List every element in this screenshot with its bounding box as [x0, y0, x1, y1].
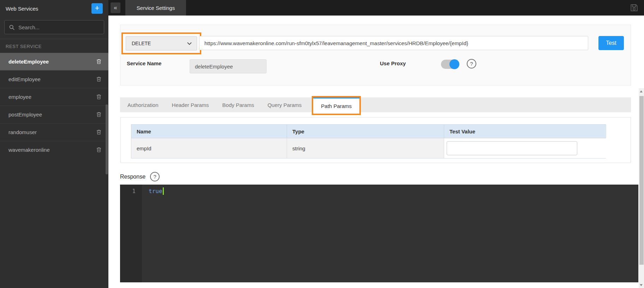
sidebar-header: Web Services + [0, 0, 108, 16]
service-item-label: postEmployee [8, 112, 42, 118]
save-icon [629, 3, 639, 13]
sidebar-item-wavemakeronline[interactable]: wavemakeronline [0, 141, 108, 158]
response-header: Response ? [120, 172, 160, 181]
trash-icon[interactable] [96, 58, 102, 65]
service-item-label: randomuser [8, 129, 37, 135]
trash-icon[interactable] [96, 146, 102, 153]
scroll-up-arrow-icon[interactable] [640, 90, 643, 92]
tab-query-params[interactable]: Query Params [261, 97, 309, 112]
scroll-down-arrow-icon[interactable] [640, 284, 643, 286]
test-value-input[interactable] [447, 141, 577, 155]
tab-label: Header Params [172, 102, 209, 108]
main-content: DELETE Test Service Name Use Proxy ? Aut… [108, 16, 644, 288]
chevron-down-icon [187, 42, 192, 45]
collapse-sidebar-button[interactable]: « [111, 2, 120, 13]
use-proxy-label: Use Proxy [380, 60, 406, 66]
text-cursor [163, 187, 164, 195]
add-service-button[interactable]: + [91, 3, 103, 14]
web-services-sidebar: Web Services + REST SERVICE deleteEmploy… [0, 0, 108, 288]
sidebar-scrollbar-thumb[interactable] [106, 104, 108, 174]
tab-body-params[interactable]: Body Params [216, 97, 261, 112]
trash-icon[interactable] [96, 129, 102, 136]
sidebar-item-deleteEmployee[interactable]: deleteEmployee [0, 53, 108, 70]
plus-icon: + [95, 4, 100, 12]
editor-gutter [120, 185, 142, 282]
sidebar-item-postEmployee[interactable]: postEmployee [0, 106, 108, 123]
tab-header-params[interactable]: Header Params [165, 97, 216, 112]
service-name-input[interactable] [190, 59, 267, 73]
response-code-editor[interactable]: 1 true [120, 185, 638, 282]
http-method-value: DELETE [132, 41, 151, 46]
params-tab-bar: Authorization Header Params Body Params … [120, 97, 631, 112]
editor-line-1: 1 true [120, 186, 638, 196]
service-name-label: Service Name [127, 60, 161, 66]
column-header-name: Name [131, 125, 287, 138]
service-settings-tab-label: Service Settings [137, 5, 175, 11]
trash-icon[interactable] [96, 76, 102, 83]
tab-path-params[interactable]: Path Params [313, 97, 359, 114]
response-value: true [149, 188, 162, 194]
table-header-row: Name Type Test Value [131, 125, 606, 138]
service-item-label: editEmployee [8, 76, 41, 82]
request-url-input[interactable] [199, 36, 588, 50]
sidebar-title: Web Services [6, 6, 38, 12]
question-mark-icon: ? [153, 174, 156, 180]
top-bar: « Service Settings [108, 0, 644, 16]
param-type-cell: string [287, 138, 444, 158]
use-proxy-help-icon[interactable]: ? [467, 59, 476, 68]
tab-label: Query Params [268, 102, 302, 108]
param-name-cell: empId [131, 138, 287, 158]
use-proxy-toggle[interactable] [441, 60, 459, 69]
scrollbar-thumb[interactable] [639, 96, 644, 265]
sidebar-item-randomuser[interactable]: randomuser [0, 123, 108, 141]
sidebar-item-editEmployee[interactable]: editEmployee [0, 70, 108, 88]
search-icon [9, 24, 15, 30]
sidebar-item-employee[interactable]: employee [0, 88, 108, 106]
path-params-table: Name Type Test Value empId string [131, 124, 606, 158]
sidebar-search-box[interactable] [4, 20, 104, 34]
test-button[interactable]: Test [598, 36, 624, 50]
method-highlight-box: DELETE [121, 32, 201, 54]
param-test-value-cell [444, 138, 606, 158]
line-number: 1 [120, 188, 142, 194]
toggle-thumb-icon [449, 59, 459, 69]
tab-label: Body Params [222, 102, 254, 108]
response-label: Response [120, 174, 145, 180]
service-item-label: employee [8, 94, 31, 100]
question-mark-icon: ? [470, 61, 473, 67]
tab-label: Authorization [127, 102, 159, 108]
service-item-label: deleteEmployee [8, 59, 49, 65]
tab-authorization[interactable]: Authorization [121, 97, 165, 112]
tab-service-settings[interactable]: Service Settings [125, 0, 186, 16]
save-button[interactable] [628, 2, 640, 13]
request-settings-card: DELETE Test Service Name Use Proxy ? [120, 25, 631, 85]
main-scrollbar[interactable] [639, 88, 644, 288]
response-help-icon[interactable]: ? [150, 172, 160, 181]
search-input[interactable] [18, 24, 78, 30]
service-item-label: wavemakeronline [8, 147, 50, 153]
column-header-type: Type [287, 125, 444, 138]
trash-icon[interactable] [96, 111, 102, 118]
tab-label: Path Params [321, 103, 352, 109]
rest-service-section-label: REST SERVICE [0, 39, 108, 53]
http-method-select[interactable]: DELETE [126, 36, 197, 50]
trash-icon[interactable] [96, 94, 102, 100]
column-header-test-value: Test Value [444, 125, 606, 138]
table-row: empId string [131, 138, 606, 158]
path-params-table-card: Name Type Test Value empId string [120, 117, 631, 163]
collapse-icon: « [114, 4, 117, 11]
